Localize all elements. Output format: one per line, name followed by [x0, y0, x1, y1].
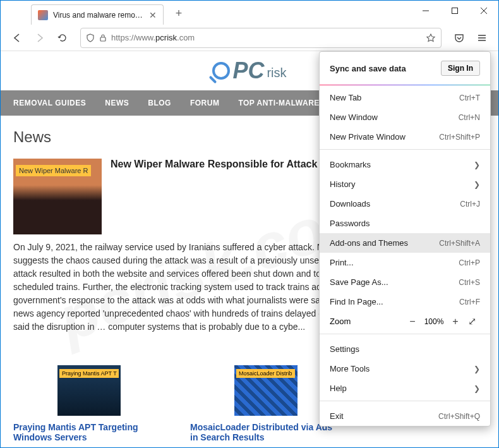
thumb-label: Praying Mantis APT T	[59, 369, 119, 378]
nav-blog[interactable]: BLOG	[148, 99, 171, 107]
menu-item-label: Settings	[330, 344, 359, 354]
menu-item-label: Add-ons and Themes	[330, 238, 408, 248]
sync-title: Sync and save data	[330, 64, 406, 73]
chevron-right-icon: ❯	[474, 180, 480, 189]
menu-item-help[interactable]: Help❯	[320, 378, 490, 398]
menu-item-label: Exit	[330, 411, 344, 421]
menu-item-passwords[interactable]: Passwords	[320, 214, 490, 233]
chevron-right-icon: ❯	[474, 365, 480, 373]
close-tab-icon[interactable]: ✕	[149, 10, 157, 20]
menu-item-label: Print...	[330, 258, 354, 267]
sub-thumbnail[interactable]: Praying Mantis APT T	[57, 365, 121, 416]
toolbar: https://www.pcrisk.com	[1, 25, 498, 51]
article-title[interactable]: New Wiper Malware Responsible for Attack…	[111, 159, 342, 170]
menu-shortcut: Ctrl+J	[460, 200, 480, 209]
pocket-button[interactable]	[449, 28, 469, 48]
menu-item-label: Passwords	[330, 219, 370, 228]
menu-shortcut: Ctrl+Shift+Q	[438, 412, 480, 421]
menu-shortcut: Ctrl+S	[459, 278, 480, 287]
menu-item-settings[interactable]: Settings	[320, 339, 490, 359]
menu-item-print[interactable]: Print...Ctrl+P	[320, 253, 490, 272]
sign-in-button[interactable]: Sign In	[441, 61, 480, 76]
logo-sub: risk	[267, 66, 286, 80]
menu-item-bookmarks[interactable]: Bookmarks❯	[320, 155, 490, 174]
new-tab-button[interactable]: +	[171, 7, 186, 20]
menu-shortcut: Ctrl+P	[459, 258, 480, 267]
svg-rect-4	[100, 37, 105, 41]
forward-button[interactable]	[30, 28, 50, 48]
nav-top-anti-malware[interactable]: TOP ANTI-MALWARE	[238, 99, 319, 107]
menu-item-find-in-page[interactable]: Find In Page...Ctrl+F	[320, 292, 490, 312]
article-thumbnail[interactable]: New Wiper Malware R	[13, 159, 102, 234]
bookmark-star-icon[interactable]	[426, 33, 436, 43]
nav-news[interactable]: NEWS	[105, 99, 129, 107]
menu-item-label: Find In Page...	[330, 297, 383, 306]
menu-item-history[interactable]: History❯	[320, 174, 490, 194]
menu-separator	[320, 149, 490, 150]
site-logo[interactable]: PCrisk	[212, 58, 286, 84]
menu-shortcut: Ctrl+F	[459, 298, 480, 306]
logo-main: PC	[232, 58, 264, 84]
menu-item-downloads[interactable]: DownloadsCtrl+J	[320, 194, 490, 214]
zoom-out-button[interactable]: −	[404, 316, 421, 327]
menu-item-label: Save Page As...	[330, 277, 388, 287]
sub-text: According to a recently published	[13, 446, 165, 447]
menu-item-label: More Tools	[330, 364, 370, 373]
menu-item-save-page-as[interactable]: Save Page As...Ctrl+S	[320, 272, 490, 292]
reload-button[interactable]	[52, 28, 73, 48]
zoom-value: 100%	[421, 317, 447, 326]
zoom-label: Zoom	[330, 317, 404, 326]
thumb-label: New Wiper Malware R	[16, 165, 91, 176]
url-text: https://www.pcrisk.com	[111, 33, 422, 42]
sub-thumbnail[interactable]: MosaicLoader Distrib	[234, 365, 298, 416]
menu-zoom: Zoom − 100% + ⤢	[320, 312, 490, 331]
menu-separator	[320, 401, 490, 401]
zoom-in-button[interactable]: +	[447, 316, 464, 327]
tab-favicon	[38, 10, 48, 20]
app-menu: Sync and save data Sign In New TabCtrl+T…	[319, 51, 491, 427]
minimize-button[interactable]	[411, 1, 440, 21]
sub-title[interactable]: Praying Mantis APT Targeting Windows Ser…	[13, 422, 165, 442]
lock-icon	[99, 33, 107, 42]
menu-item-label: History	[330, 179, 355, 189]
close-window-button[interactable]	[469, 1, 498, 21]
fullscreen-button[interactable]: ⤢	[464, 315, 480, 327]
title-bar: Virus and malware removal inst ✕ +	[1, 1, 498, 25]
menu-item-label: Bookmarks	[330, 160, 371, 169]
magnifier-icon	[212, 62, 230, 80]
menu-separator	[320, 334, 490, 334]
menu-shortcut: Ctrl+Shift+P	[439, 133, 480, 142]
menu-item-more-tools[interactable]: More Tools❯	[320, 359, 490, 378]
chevron-right-icon: ❯	[474, 160, 480, 169]
nav-forum[interactable]: FORUM	[190, 99, 220, 107]
thumb-label: MosaicLoader Distrib	[236, 369, 295, 378]
menu-item-exit[interactable]: ExitCtrl+Shift+Q	[320, 406, 490, 426]
menu-item-label: New Private Window	[330, 132, 406, 142]
browser-tab[interactable]: Virus and malware removal inst ✕	[31, 4, 164, 25]
menu-item-new-window[interactable]: New WindowCtrl+N	[320, 107, 490, 127]
maximize-button[interactable]	[440, 1, 469, 21]
menu-item-label: Downloads	[330, 199, 370, 209]
address-bar[interactable]: https://www.pcrisk.com	[80, 28, 442, 48]
menu-item-new-private-window[interactable]: New Private WindowCtrl+Shift+P	[320, 127, 490, 147]
menu-item-label: Help	[330, 384, 347, 393]
shield-icon	[86, 33, 95, 42]
svg-rect-1	[452, 8, 458, 14]
sub-article: Praying Mantis APT T Praying Mantis APT …	[13, 365, 165, 447]
menu-shortcut: Ctrl+T	[459, 94, 480, 102]
sub-text: Researchers at Bitdefender have	[190, 446, 342, 447]
menu-item-label: New Window	[330, 112, 378, 122]
menu-item-label: New Tab	[330, 93, 361, 102]
menu-item-new-tab[interactable]: New TabCtrl+T	[320, 88, 490, 107]
menu-shortcut: Ctrl+Shift+A	[439, 239, 480, 248]
menu-item-add-ons-and-themes[interactable]: Add-ons and ThemesCtrl+Shift+A	[320, 233, 490, 253]
back-button[interactable]	[7, 28, 27, 48]
tab-title: Virus and malware removal inst	[53, 11, 144, 20]
nav-removal-guides[interactable]: REMOVAL GUIDES	[13, 99, 86, 107]
chevron-right-icon: ❯	[474, 384, 480, 393]
menu-header: Sync and save data Sign In	[320, 52, 490, 85]
app-menu-button[interactable]	[472, 28, 492, 48]
menu-shortcut: Ctrl+N	[459, 113, 480, 122]
